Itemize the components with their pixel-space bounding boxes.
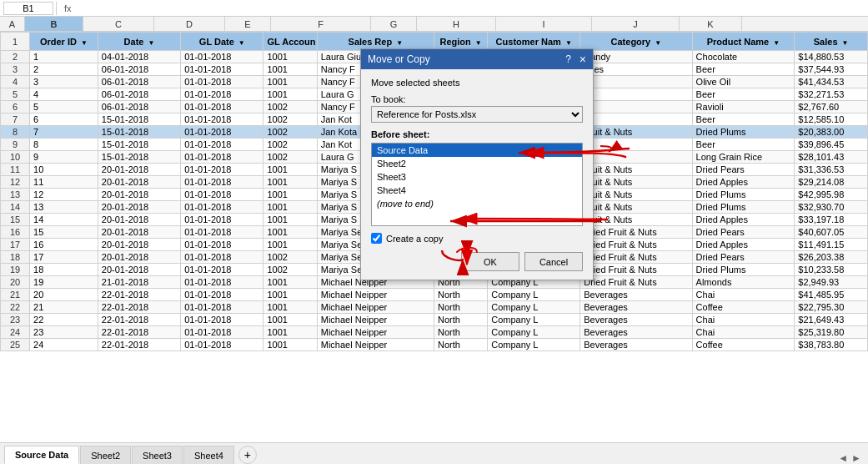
dialog-titlebar: Move or Copy ? ×	[361, 49, 593, 69]
col-letter-h: H	[417, 17, 496, 31]
table-row: 23 2222-01-201801-01-20181001Michael Nei…	[1, 314, 868, 326]
create-copy-label: Create a copy	[386, 234, 443, 244]
tab-sheet4-label: Sheet4	[194, 451, 223, 461]
add-sheet-icon: +	[244, 448, 251, 461]
table-row: 25 2422-01-201801-01-20181001Michael Nei…	[1, 339, 868, 351]
col-letter-j: J	[592, 17, 680, 31]
fx-label: fx	[59, 3, 77, 13]
dialog-before-sheet-label: Before sheet:	[371, 129, 583, 139]
col-letter-k: K	[680, 17, 742, 31]
col-letter-b: B	[25, 17, 83, 31]
col-letter-i: I	[496, 17, 592, 31]
col-letter-d: D	[154, 17, 225, 31]
dialog-title: Move or Copy	[368, 53, 430, 65]
sheet-list-item-sheet4[interactable]: Sheet4	[372, 184, 582, 197]
col-letter-f: F	[271, 17, 371, 31]
table-row: 22 2122-01-201801-01-20181001Michael Nei…	[1, 301, 868, 314]
formula-separator	[56, 2, 57, 15]
row-num-header: 1	[1, 33, 30, 51]
col-header-glaccount: GL Accoun ▼	[263, 33, 317, 51]
tab-sheet2-label: Sheet2	[91, 451, 120, 461]
column-letters-row: A B C D E F G H I J K	[0, 17, 868, 32]
dialog-close-button[interactable]: ×	[580, 53, 586, 65]
col-header-gldate: GL Date ▼	[181, 33, 263, 51]
move-copy-dialog: Move or Copy ? × Move selected sheets To…	[360, 48, 594, 280]
dialog-to-book-label: To book:	[371, 94, 583, 104]
sheet-list-item-sheet2[interactable]: Sheet2	[372, 157, 582, 170]
dialog-help-button[interactable]: ?	[565, 53, 571, 65]
sheet-list-item-sheet3[interactable]: Sheet3	[372, 170, 582, 184]
dialog-sheet-list: Source Data Sheet2 Sheet3 Sheet4 (move t…	[371, 143, 583, 226]
tab-sheet2[interactable]: Sheet2	[80, 446, 131, 464]
sheet-list-item-move-to-end[interactable]: (move to end)	[372, 197, 582, 210]
col-header-orderid: Order ID ▼	[30, 33, 98, 51]
tab-source-data[interactable]: Source Data	[4, 446, 79, 464]
cell-reference-box[interactable]: B1	[3, 2, 53, 15]
col-letter-e: E	[225, 17, 271, 31]
sheet-list-item-sourcedata[interactable]: Source Data	[372, 144, 582, 157]
dialog-move-selected-label: Move selected sheets	[371, 78, 583, 88]
dialog-to-book-select[interactable]: Reference for Posts.xlsx	[371, 106, 583, 123]
create-copy-checkbox[interactable]	[371, 233, 382, 244]
tab-sheet3-label: Sheet3	[143, 451, 172, 461]
col-letter-g: G	[371, 17, 417, 31]
col-header-date: Date ▼	[98, 33, 180, 51]
dialog-ok-button[interactable]: OK	[461, 252, 519, 271]
tab-sheet3[interactable]: Sheet3	[132, 446, 183, 464]
col-header-sales: Sales ▼	[795, 33, 868, 51]
dialog-cancel-button[interactable]: Cancel	[524, 252, 583, 271]
table-row: 24 2322-01-201801-01-20181001Michael Nei…	[1, 326, 868, 339]
tab-sheet4[interactable]: Sheet4	[183, 446, 234, 464]
col-letter-c: C	[83, 17, 154, 31]
col-header-product: Product Name ▼	[692, 33, 795, 51]
formula-bar: B1 fx	[0, 0, 868, 17]
table-row: 21 2022-01-201801-01-20181001Michael Nei…	[1, 289, 868, 301]
tab-scroll-left-icon[interactable]: ◄	[838, 452, 848, 464]
col-letter-a: A	[0, 17, 25, 31]
tab-scroll-right-icon[interactable]: ►	[851, 452, 861, 464]
tab-source-data-label: Source Data	[15, 450, 68, 460]
add-sheet-button[interactable]: +	[238, 446, 257, 464]
col-header-category: Category ▼	[580, 33, 692, 51]
